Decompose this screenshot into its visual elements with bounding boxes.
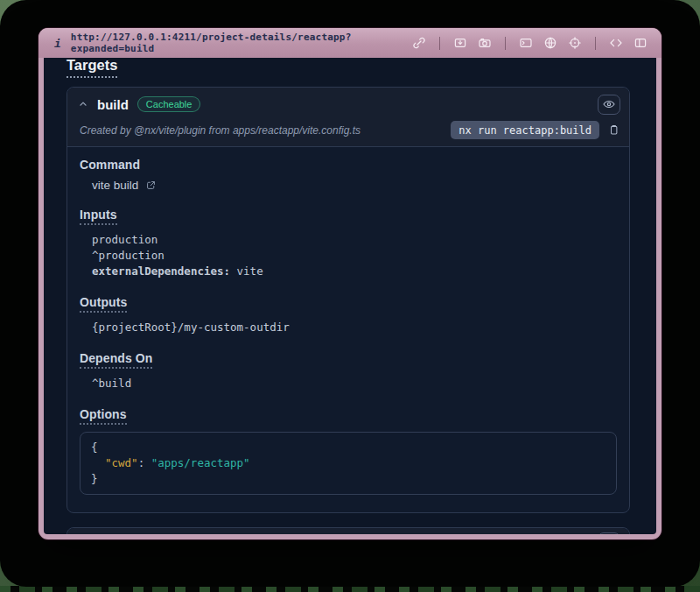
output-item: {projectRoot}/my-custom-outdir — [92, 320, 617, 335]
external-link-icon[interactable] — [145, 180, 157, 191]
json-separator: : — [138, 456, 151, 469]
target-card-serve: serve vite serve — [66, 527, 630, 534]
cacheable-badge: Cacheable — [137, 96, 201, 112]
section-depends-on: Depends On ^build — [80, 351, 617, 391]
camera-icon[interactable] — [478, 36, 492, 50]
copy-icon[interactable] — [607, 123, 620, 137]
toolbar-divider — [505, 37, 506, 50]
options-heading[interactable]: Options — [80, 407, 127, 425]
json-line: } — [91, 471, 606, 487]
target-build-details: Command vite build Inputs production ^pr… — [67, 147, 629, 512]
project-details-page: Targets build Cacheable Created by @nx/v… — [44, 58, 656, 534]
json-key: "cwd" — [105, 456, 138, 469]
section-command: Command vite build — [80, 158, 617, 192]
json-value: "apps/reactapp" — [151, 456, 250, 469]
command-value: vite build — [92, 179, 138, 192]
depends-on-heading[interactable]: Depends On — [80, 351, 152, 369]
browser-window: i http://127.0.0.1:4211/project-details/… — [38, 28, 662, 539]
toolbar-divider — [595, 37, 596, 50]
columns-icon[interactable] — [634, 36, 648, 50]
page-title[interactable]: Targets — [66, 58, 117, 78]
section-options: Options { "cwd": "apps/reactapp" } — [80, 407, 617, 495]
section-inputs: Inputs production ^production externalDe… — [80, 208, 617, 279]
terminal-icon[interactable] — [519, 36, 533, 50]
json-line: { — [91, 440, 606, 455]
toolbar-divider — [439, 37, 440, 50]
section-outputs: Outputs {projectRoot}/my-custom-outdir — [80, 295, 617, 335]
inputs-list: production ^production externalDependenc… — [80, 232, 617, 279]
run-command-chip: nx run reactapp:build — [451, 121, 599, 139]
target-serve-toggle[interactable]: serve vite serve — [67, 528, 629, 534]
link-icon[interactable] — [412, 36, 426, 50]
json-line: "cwd": "apps/reactapp" — [91, 455, 606, 471]
outputs-heading[interactable]: Outputs — [80, 295, 127, 313]
background-pattern — [0, 586, 700, 592]
target-serve-header: serve vite serve — [67, 528, 629, 534]
target-meta-row: Created by @nx/vite/plugin from apps/rea… — [67, 116, 629, 146]
target-card-build: build Cacheable Created by @nx/vite/plug… — [66, 87, 630, 513]
depends-item: ^build — [92, 376, 617, 391]
globe-icon[interactable] — [543, 36, 557, 50]
crosshair-icon[interactable] — [568, 36, 582, 50]
input-item: production — [92, 232, 617, 248]
address-url[interactable]: http://127.0.0.1:4211/project-details/re… — [71, 32, 412, 54]
view-target-button[interactable] — [598, 532, 620, 534]
import-icon[interactable] — [453, 36, 467, 50]
options-json-block: { "cwd": "apps/reactapp" } — [80, 432, 617, 495]
input-item: ^production — [92, 248, 617, 264]
info-icon: i — [54, 37, 61, 50]
target-build-toggle[interactable]: build Cacheable — [67, 88, 629, 116]
chevron-up-icon[interactable] — [78, 99, 88, 109]
command-heading: Command — [80, 158, 140, 172]
target-name: build — [97, 97, 129, 112]
created-by-text: Created by @nx/vite/plugin from apps/rea… — [80, 124, 360, 137]
depends-on-list: ^build — [80, 376, 617, 391]
toolbar-actions — [412, 36, 648, 50]
view-target-button[interactable] — [598, 95, 620, 115]
outputs-list: {projectRoot}/my-custom-outdir — [80, 320, 617, 335]
target-build-header: build Cacheable Created by @nx/vite/plug… — [67, 88, 629, 147]
input-item: externalDependencies: vite — [92, 264, 617, 279]
input-dep-key: externalDependencies: — [92, 264, 230, 278]
code-icon[interactable] — [609, 36, 623, 50]
browser-toolbar: i http://127.0.0.1:4211/project-details/… — [38, 28, 662, 58]
command-row: vite build — [80, 179, 617, 192]
input-dep-value: vite — [230, 264, 263, 278]
inputs-heading[interactable]: Inputs — [80, 208, 117, 225]
